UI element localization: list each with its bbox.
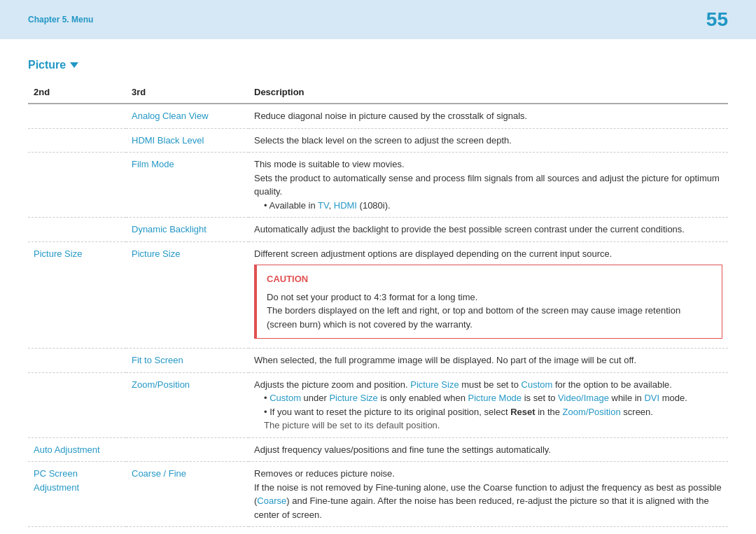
cell-3rd: Fit to Screen: [126, 349, 248, 373]
cell-desc: Adjust frequency values/positions and fi…: [248, 437, 728, 462]
cell-2nd: [28, 104, 126, 128]
zoom-position-link[interactable]: Zoom/Position: [132, 379, 190, 390]
chapter-label: Chapter 5. Menu: [28, 15, 93, 24]
hdmi-black-level-link[interactable]: HDMI Black Level: [132, 135, 204, 146]
cell-2nd: [28, 153, 126, 218]
page-number: 55: [706, 8, 728, 31]
caution-box: CAUTION Do not set your product to 4:3 f…: [254, 265, 722, 339]
table-row: Auto Adjustment Adjust frequency values/…: [28, 437, 728, 462]
cell-3rd: Zoom/Position: [126, 372, 248, 437]
cell-2nd: PC Screen Adjustment: [28, 462, 126, 527]
fit-to-screen-link[interactable]: Fit to Screen: [132, 355, 183, 365]
cell-desc: When selected, the full programme image …: [248, 349, 728, 373]
table-row: Picture Size Picture Size Different scre…: [28, 241, 728, 349]
custom-link[interactable]: Custom: [522, 379, 553, 390]
custom-link2[interactable]: Custom: [270, 393, 301, 403]
cell-2nd: [28, 218, 126, 242]
table-row: Film Mode This mode is suitable to view …: [28, 153, 728, 218]
cell-2nd: [28, 349, 126, 373]
page-header: Chapter 5. Menu 55: [0, 0, 756, 39]
cell-2nd: [28, 372, 126, 437]
cell-3rd: Picture Size: [126, 241, 248, 349]
coarse-link[interactable]: Coarse: [257, 496, 286, 506]
page: Chapter 5. Menu 55 Picture 2nd 3rd Descr…: [0, 0, 756, 534]
coarse-fine-link[interactable]: Coarse / Fine: [132, 468, 186, 479]
cell-desc: Selects the black level on the screen to…: [248, 128, 728, 153]
table-row: Zoom/Position Adjusts the picture zoom a…: [28, 372, 728, 437]
cell-2nd: [28, 527, 126, 535]
dynamic-backlight-link[interactable]: Dynamic Backlight: [132, 224, 206, 234]
video-image-link[interactable]: Video/Image: [558, 393, 609, 403]
cell-2nd: Picture Size: [28, 241, 126, 349]
picture-size-link2[interactable]: Picture Size: [329, 393, 377, 403]
cell-2nd: [28, 128, 126, 153]
table-row: Position To adjust the PC's screen posit…: [28, 527, 728, 535]
section-title: Picture: [28, 59, 728, 71]
caution-text: Do not set your product to 4:3 format fo…: [267, 290, 712, 332]
picture-size-col2-link[interactable]: Picture Size: [132, 248, 180, 259]
cell-3rd: Film Mode: [126, 153, 248, 218]
hdmi-link[interactable]: HDMI: [334, 200, 357, 211]
picture-mode-link[interactable]: Picture Mode: [468, 393, 522, 403]
cell-desc: Adjusts the picture zoom and position. P…: [248, 372, 728, 437]
cell-2nd: Auto Adjustment: [28, 437, 126, 462]
cell-3rd: HDMI Black Level: [126, 128, 248, 153]
picture-size-col1-link[interactable]: Picture Size: [34, 248, 82, 259]
caution-title: CAUTION: [267, 272, 712, 286]
cell-3rd: Dynamic Backlight: [126, 218, 248, 242]
auto-adjustment-link[interactable]: Auto Adjustment: [34, 444, 100, 455]
col-header-description: Description: [248, 83, 728, 104]
cell-3rd: Analog Clean View: [126, 104, 248, 128]
cell-3rd: Position: [126, 527, 248, 535]
pc-screen-adjustment-link[interactable]: PC Screen Adjustment: [34, 468, 79, 493]
table-row: Dynamic Backlight Automatically adjust t…: [28, 218, 728, 242]
page-content: Picture 2nd 3rd Description Analog Clean…: [0, 39, 756, 534]
col-header-2nd: 2nd: [28, 83, 126, 104]
film-mode-link[interactable]: Film Mode: [132, 159, 174, 169]
table-row: Analog Clean View Reduce diagonal noise …: [28, 104, 728, 128]
picture-size-zoom-link[interactable]: Picture Size: [410, 379, 458, 390]
cell-3rd: Coarse / Fine: [126, 462, 248, 527]
section-arrow-icon: [70, 62, 78, 68]
col-header-3rd: 3rd: [126, 83, 248, 104]
table-row: HDMI Black Level Selects the black level…: [28, 128, 728, 153]
cell-desc: Reduce diagonal noise in picture caused …: [248, 104, 728, 128]
main-table: 2nd 3rd Description Analog Clean View Re…: [28, 83, 728, 534]
cell-3rd: [126, 437, 248, 462]
cell-desc: Automatically adjust the backlight to pr…: [248, 218, 728, 242]
dvi-link[interactable]: DVI: [644, 393, 659, 403]
table-row: PC Screen Adjustment Coarse / Fine Remov…: [28, 462, 728, 527]
table-row: Fit to Screen When selected, the full pr…: [28, 349, 728, 373]
cell-desc: Different screen adjustment options are …: [248, 241, 728, 349]
zoom-position-link2[interactable]: Zoom/Position: [563, 407, 621, 417]
cell-desc: This mode is suitable to view movies. Se…: [248, 153, 728, 218]
tv-link[interactable]: TV: [318, 200, 328, 211]
cell-desc: Removes or reduces picture noise. If the…: [248, 462, 728, 527]
cell-desc: To adjust the PC's screen position if it…: [248, 527, 728, 535]
analog-clean-view-link[interactable]: Analog Clean View: [132, 111, 209, 121]
